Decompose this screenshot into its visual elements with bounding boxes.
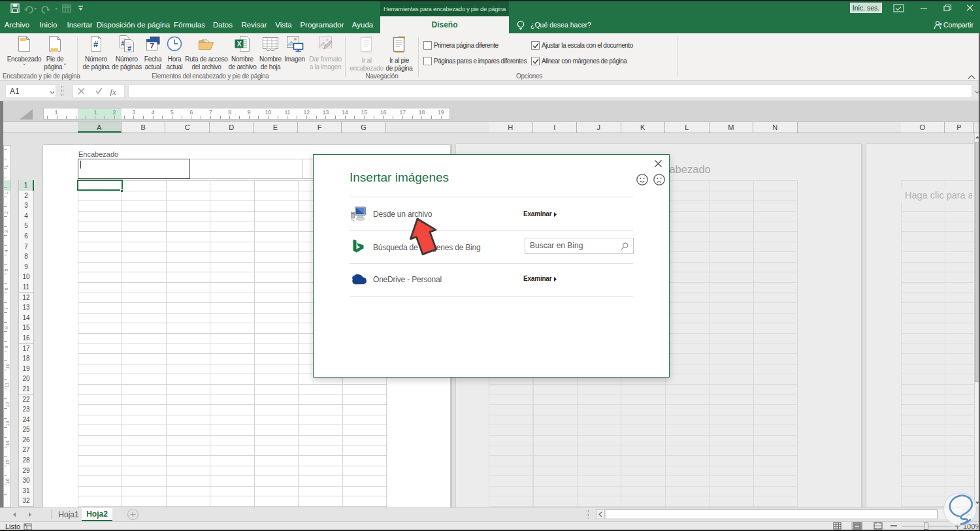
svg-text:fx: fx	[110, 87, 116, 96]
svg-text:7: 7	[150, 42, 154, 50]
svg-text:#: #	[93, 39, 99, 49]
svg-text:#: #	[127, 45, 131, 52]
svg-text:X: X	[237, 40, 242, 48]
